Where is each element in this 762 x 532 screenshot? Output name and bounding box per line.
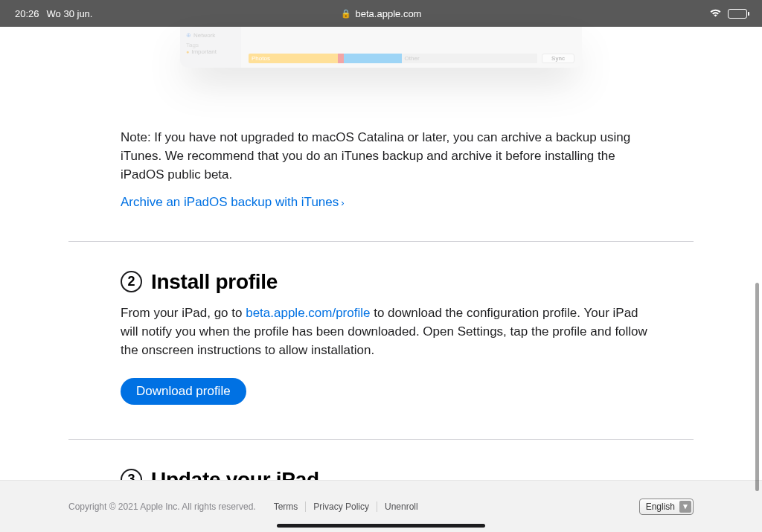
chevron-right-icon: › (341, 197, 344, 208)
battery-icon (728, 9, 747, 19)
download-profile-button[interactable]: Download profile (121, 378, 246, 405)
archive-link-text: Archive an iPadOS backup with iTunes (121, 195, 339, 209)
finder-important-tag: Important (186, 48, 235, 55)
section-divider (68, 439, 694, 440)
address-bar[interactable]: 🔒 beta.apple.com (341, 8, 422, 19)
scrollbar[interactable] (755, 283, 759, 491)
language-selector[interactable]: English ▼ (639, 499, 694, 515)
step-2-badge: 2 (121, 271, 142, 292)
archive-backup-link[interactable]: Archive an iPadOS backup with iTunes› (121, 195, 345, 210)
copyright-text: Copyright © 2021 Apple Inc. All rights r… (68, 501, 256, 512)
language-label: English (646, 501, 675, 512)
storage-photos: Photos (249, 54, 338, 63)
storage-bar: Photos Other (249, 54, 537, 63)
status-date: Wo 30 jun. (47, 8, 93, 19)
sync-button: Sync (542, 54, 574, 63)
step-2-body: From your iPad, go to beta.apple.com/pro… (121, 304, 650, 360)
url-text: beta.apple.com (356, 8, 422, 19)
lock-icon: 🔒 (341, 9, 351, 19)
status-time: 20:26 (15, 8, 39, 19)
finder-screenshot: Network Tags Important Photos Other Sync (180, 27, 582, 68)
step-2-heading: 2 Install profile (121, 270, 762, 294)
backup-note: Note: If you have not upgraded to macOS … (121, 129, 643, 185)
footer-privacy-link[interactable]: Privacy Policy (306, 501, 377, 512)
step-2-title: Install profile (151, 270, 278, 294)
storage-other: Other (402, 54, 537, 63)
finder-tags-label: Tags (186, 42, 235, 48)
ipad-status-bar: 20:26 Wo 30 jun. 🔒 beta.apple.com (0, 0, 762, 27)
home-indicator[interactable] (277, 524, 485, 528)
section-divider (68, 241, 694, 242)
profile-link[interactable]: beta.apple.com/profile (246, 306, 370, 320)
wifi-icon (709, 7, 722, 19)
finder-network: Network (186, 32, 235, 39)
dropdown-arrow-icon: ▼ (679, 501, 691, 513)
footer-unenroll-link[interactable]: Unenroll (377, 501, 426, 512)
footer-terms-link[interactable]: Terms (266, 501, 307, 512)
